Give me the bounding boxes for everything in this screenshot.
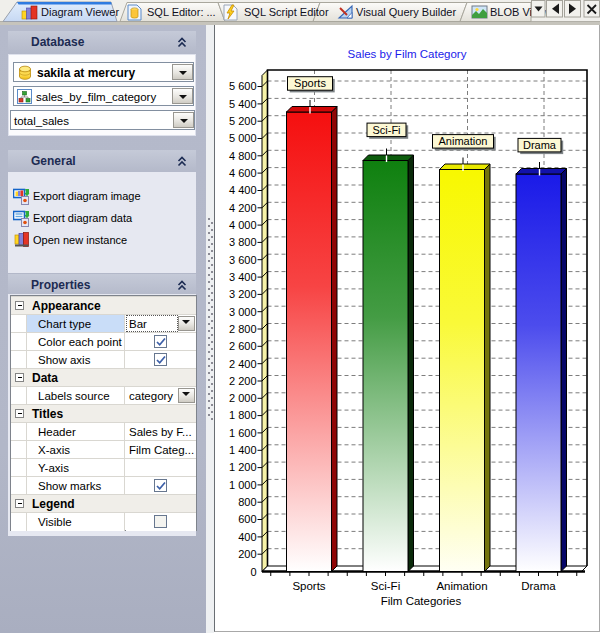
svg-text:Animation: Animation	[439, 135, 488, 147]
svg-text:Sales by Film Category: Sales by Film Category	[348, 48, 467, 60]
svg-text:SQL Script Editor: SQL Script Editor	[244, 6, 329, 18]
svg-text:600: 600	[238, 513, 256, 525]
svg-text:2 600: 2 600	[229, 340, 257, 352]
svg-text:3 400: 3 400	[229, 271, 257, 283]
svg-text:200: 200	[238, 548, 256, 560]
svg-text:2 400: 2 400	[229, 358, 257, 370]
svg-text:2 000: 2 000	[229, 392, 257, 404]
svg-text:SQL Editor: ...: SQL Editor: ...	[147, 6, 216, 18]
svg-text:5 000: 5 000	[229, 132, 257, 144]
svg-text:1 200: 1 200	[229, 461, 257, 473]
svg-text:5 600: 5 600	[229, 80, 257, 92]
svg-text:Sci-Fi: Sci-Fi	[372, 124, 400, 136]
svg-text:0: 0	[250, 566, 256, 578]
svg-text:Sports: Sports	[294, 77, 326, 89]
svg-text:3 800: 3 800	[229, 236, 257, 248]
svg-text:5 400: 5 400	[229, 98, 257, 110]
svg-text:1 600: 1 600	[229, 427, 257, 439]
svg-text:4 200: 4 200	[229, 202, 257, 214]
svg-text:1 000: 1 000	[229, 479, 257, 491]
svg-text:Sci-Fi: Sci-Fi	[371, 580, 400, 592]
svg-text:4 800: 4 800	[229, 150, 257, 162]
svg-text:2 800: 2 800	[229, 323, 257, 335]
svg-text:Diagram Viewer: Diagram Viewer	[41, 6, 119, 18]
svg-text:800: 800	[238, 496, 256, 508]
svg-text:3 000: 3 000	[229, 306, 257, 318]
svg-text:Animation: Animation	[436, 580, 487, 592]
svg-text:400: 400	[238, 531, 256, 543]
svg-text:Sports: Sports	[292, 580, 325, 592]
svg-text:Drama: Drama	[523, 139, 557, 151]
svg-text:Visual Query Builder: Visual Query Builder	[356, 6, 456, 18]
svg-text:Drama: Drama	[521, 580, 556, 592]
svg-text:3 200: 3 200	[229, 288, 257, 300]
svg-text:4 000: 4 000	[229, 219, 257, 231]
svg-text:3 600: 3 600	[229, 254, 257, 266]
svg-text:5 200: 5 200	[229, 115, 257, 127]
svg-text:Film Categories: Film Categories	[381, 595, 462, 607]
svg-text:4 400: 4 400	[229, 184, 257, 196]
svg-text:1 800: 1 800	[229, 409, 257, 421]
svg-text:1 400: 1 400	[229, 444, 257, 456]
svg-text:2 200: 2 200	[229, 375, 257, 387]
svg-text:4 600: 4 600	[229, 167, 257, 179]
